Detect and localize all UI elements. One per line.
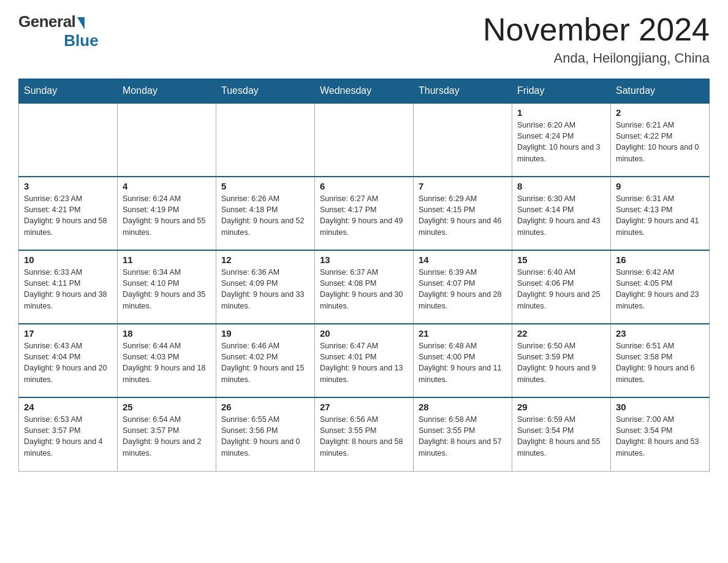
calendar-cell: 13Sunrise: 6:37 AMSunset: 4:08 PMDayligh…: [315, 250, 414, 324]
calendar-cell: 14Sunrise: 6:39 AMSunset: 4:07 PMDayligh…: [414, 250, 512, 324]
day-number: 10: [24, 255, 112, 265]
day-number: 4: [123, 181, 211, 191]
calendar-cell: 18Sunrise: 6:44 AMSunset: 4:03 PMDayligh…: [118, 324, 216, 397]
calendar-cell: 7Sunrise: 6:29 AMSunset: 4:15 PMDaylight…: [414, 177, 512, 250]
calendar-cell: 23Sunrise: 6:51 AMSunset: 3:58 PMDayligh…: [611, 324, 710, 397]
logo: General Blue: [18, 12, 99, 50]
weekday-header-sunday: Sunday: [19, 79, 118, 104]
day-info: Sunrise: 6:36 AMSunset: 4:09 PMDaylight:…: [221, 267, 309, 312]
day-info: Sunrise: 6:24 AMSunset: 4:19 PMDaylight:…: [123, 193, 211, 238]
day-number: 20: [320, 328, 408, 339]
day-number: 7: [419, 181, 507, 191]
day-number: 8: [517, 181, 605, 191]
day-number: 16: [616, 255, 704, 265]
weekday-header-saturday: Saturday: [611, 79, 710, 104]
calendar-cell: 20Sunrise: 6:47 AMSunset: 4:01 PMDayligh…: [315, 324, 414, 397]
day-number: 1: [517, 107, 605, 118]
calendar-cell: 27Sunrise: 6:56 AMSunset: 3:55 PMDayligh…: [315, 397, 414, 471]
day-info: Sunrise: 6:54 AMSunset: 3:57 PMDaylight:…: [123, 414, 211, 459]
day-info: Sunrise: 6:30 AMSunset: 4:14 PMDaylight:…: [517, 193, 605, 238]
day-info: Sunrise: 6:29 AMSunset: 4:15 PMDaylight:…: [419, 193, 507, 238]
weekday-header-friday: Friday: [512, 79, 611, 104]
calendar-cell: [315, 103, 414, 177]
day-info: Sunrise: 6:51 AMSunset: 3:58 PMDaylight:…: [616, 340, 704, 385]
calendar-cell: [118, 103, 216, 177]
location-title: Anda, Heilongjiang, China: [483, 50, 710, 66]
day-number: 12: [221, 255, 309, 265]
day-info: Sunrise: 6:46 AMSunset: 4:02 PMDaylight:…: [221, 340, 309, 385]
calendar-cell: [216, 103, 315, 177]
weekday-header-row: SundayMondayTuesdayWednesdayThursdayFrid…: [19, 79, 710, 104]
calendar-cell: 5Sunrise: 6:26 AMSunset: 4:18 PMDaylight…: [216, 177, 315, 250]
calendar-cell: 8Sunrise: 6:30 AMSunset: 4:14 PMDaylight…: [512, 177, 611, 250]
month-title: November 2024: [483, 12, 710, 47]
day-info: Sunrise: 6:26 AMSunset: 4:18 PMDaylight:…: [221, 193, 309, 238]
day-number: 30: [616, 402, 704, 412]
calendar-cell: 6Sunrise: 6:27 AMSunset: 4:17 PMDaylight…: [315, 177, 414, 250]
calendar-cell: [414, 103, 512, 177]
day-info: Sunrise: 6:21 AMSunset: 4:22 PMDaylight:…: [616, 120, 704, 164]
day-info: Sunrise: 6:48 AMSunset: 4:00 PMDaylight:…: [419, 340, 507, 385]
day-number: 17: [24, 328, 112, 339]
calendar-cell: 25Sunrise: 6:54 AMSunset: 3:57 PMDayligh…: [118, 397, 216, 471]
day-number: 25: [123, 402, 211, 412]
day-info: Sunrise: 6:40 AMSunset: 4:06 PMDaylight:…: [517, 267, 605, 312]
day-number: 3: [24, 181, 112, 191]
day-info: Sunrise: 6:43 AMSunset: 4:04 PMDaylight:…: [24, 340, 112, 385]
day-number: 28: [419, 402, 507, 412]
logo-arrow-icon: [77, 17, 85, 29]
weekday-header-tuesday: Tuesday: [216, 79, 315, 104]
page-header: General Blue November 2024 Anda, Heilong…: [18, 12, 710, 66]
day-info: Sunrise: 6:44 AMSunset: 4:03 PMDaylight:…: [123, 340, 211, 385]
calendar-cell: 28Sunrise: 6:58 AMSunset: 3:55 PMDayligh…: [414, 397, 512, 471]
day-number: 22: [517, 328, 605, 339]
calendar-cell: 29Sunrise: 6:59 AMSunset: 3:54 PMDayligh…: [512, 397, 611, 471]
day-number: 14: [419, 255, 507, 265]
calendar-cell: [19, 103, 118, 177]
day-info: Sunrise: 7:00 AMSunset: 3:54 PMDaylight:…: [616, 414, 704, 459]
calendar-week-3: 10Sunrise: 6:33 AMSunset: 4:11 PMDayligh…: [19, 250, 710, 324]
day-number: 21: [419, 328, 507, 339]
day-info: Sunrise: 6:42 AMSunset: 4:05 PMDaylight:…: [616, 267, 704, 312]
day-number: 27: [320, 402, 408, 412]
calendar-cell: 16Sunrise: 6:42 AMSunset: 4:05 PMDayligh…: [611, 250, 710, 324]
calendar-cell: 2Sunrise: 6:21 AMSunset: 4:22 PMDaylight…: [611, 103, 710, 177]
day-number: 5: [221, 181, 309, 191]
calendar-cell: 11Sunrise: 6:34 AMSunset: 4:10 PMDayligh…: [118, 250, 216, 324]
calendar-cell: 26Sunrise: 6:55 AMSunset: 3:56 PMDayligh…: [216, 397, 315, 471]
day-info: Sunrise: 6:27 AMSunset: 4:17 PMDaylight:…: [320, 193, 408, 238]
calendar-cell: 4Sunrise: 6:24 AMSunset: 4:19 PMDaylight…: [118, 177, 216, 250]
calendar-cell: 3Sunrise: 6:23 AMSunset: 4:21 PMDaylight…: [19, 177, 118, 250]
day-info: Sunrise: 6:20 AMSunset: 4:24 PMDaylight:…: [517, 120, 605, 164]
day-info: Sunrise: 6:39 AMSunset: 4:07 PMDaylight:…: [419, 267, 507, 312]
day-info: Sunrise: 6:33 AMSunset: 4:11 PMDaylight:…: [24, 267, 112, 312]
day-number: 29: [517, 402, 605, 412]
day-number: 11: [123, 255, 211, 265]
calendar-cell: 21Sunrise: 6:48 AMSunset: 4:00 PMDayligh…: [414, 324, 512, 397]
day-info: Sunrise: 6:47 AMSunset: 4:01 PMDaylight:…: [320, 340, 408, 385]
day-info: Sunrise: 6:58 AMSunset: 3:55 PMDaylight:…: [419, 414, 507, 459]
calendar-cell: 1Sunrise: 6:20 AMSunset: 4:24 PMDaylight…: [512, 103, 611, 177]
day-number: 9: [616, 181, 704, 191]
logo-blue-text: Blue: [64, 31, 98, 50]
day-info: Sunrise: 6:23 AMSunset: 4:21 PMDaylight:…: [24, 193, 112, 238]
weekday-header-wednesday: Wednesday: [315, 79, 414, 104]
day-info: Sunrise: 6:34 AMSunset: 4:10 PMDaylight:…: [123, 267, 211, 312]
calendar-week-5: 24Sunrise: 6:53 AMSunset: 3:57 PMDayligh…: [19, 397, 710, 471]
calendar-cell: 15Sunrise: 6:40 AMSunset: 4:06 PMDayligh…: [512, 250, 611, 324]
day-number: 24: [24, 402, 112, 412]
calendar-body: 1Sunrise: 6:20 AMSunset: 4:24 PMDaylight…: [19, 103, 710, 471]
calendar-cell: 12Sunrise: 6:36 AMSunset: 4:09 PMDayligh…: [216, 250, 315, 324]
day-number: 6: [320, 181, 408, 191]
logo-general-text: General: [18, 12, 75, 31]
calendar-cell: 22Sunrise: 6:50 AMSunset: 3:59 PMDayligh…: [512, 324, 611, 397]
day-info: Sunrise: 6:37 AMSunset: 4:08 PMDaylight:…: [320, 267, 408, 312]
day-number: 23: [616, 328, 704, 339]
day-number: 26: [221, 402, 309, 412]
calendar-cell: 19Sunrise: 6:46 AMSunset: 4:02 PMDayligh…: [216, 324, 315, 397]
day-info: Sunrise: 6:53 AMSunset: 3:57 PMDaylight:…: [24, 414, 112, 459]
day-number: 15: [517, 255, 605, 265]
day-number: 13: [320, 255, 408, 265]
calendar-cell: 10Sunrise: 6:33 AMSunset: 4:11 PMDayligh…: [19, 250, 118, 324]
day-number: 19: [221, 328, 309, 339]
